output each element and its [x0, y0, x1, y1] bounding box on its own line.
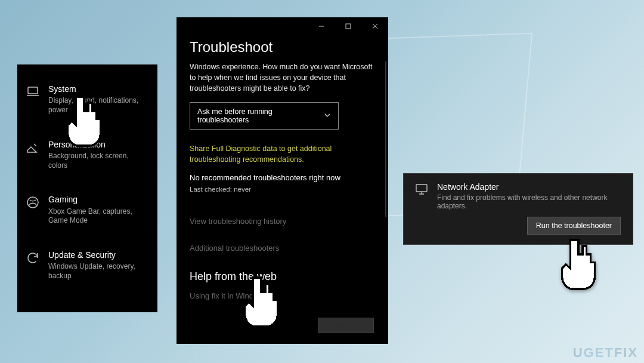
sidebar-item-sub: Background, lock screen, colors	[48, 152, 149, 170]
diagnostic-data-link[interactable]: Share Full Diagnostic data to get additi…	[190, 144, 375, 165]
page-title: Troubleshoot	[190, 39, 375, 56]
troubleshoot-description: Windows experience. How much do you want…	[190, 61, 375, 94]
close-button[interactable]	[361, 17, 388, 35]
sidebar-item-title: System	[48, 85, 149, 94]
help-heading: Help from the web	[190, 270, 375, 283]
laptop-icon	[26, 85, 40, 99]
svg-rect-6	[416, 184, 427, 192]
recommendation-dropdown[interactable]: Ask me before running troubleshooters	[190, 102, 339, 130]
minimize-button[interactable]	[308, 17, 335, 35]
sidebar-item-gaming[interactable]: Gaming Xbox Game Bar, captures, Game Mod…	[26, 195, 149, 226]
maximize-button[interactable]	[335, 17, 361, 35]
help-fix-link[interactable]: Using fix it in Windows	[190, 291, 375, 300]
monitor-icon	[414, 182, 429, 196]
window-titlebar	[177, 17, 388, 35]
refresh-icon	[26, 251, 40, 265]
dropdown-value: Ask me before running troubleshooters	[197, 107, 324, 124]
sidebar-item-sub: Windows Update, recovery, backup	[48, 262, 149, 281]
sidebar-item-system[interactable]: System Display, sound, notifications, po…	[26, 85, 149, 115]
view-history-link[interactable]: View troubleshooting history	[190, 217, 375, 226]
sidebar-item-title: Personalization	[48, 140, 149, 149]
svg-rect-0	[28, 87, 38, 94]
sidebar-item-update-security[interactable]: Update & Security Windows Update, recove…	[26, 251, 149, 281]
sidebar-item-title: Gaming	[48, 195, 149, 204]
network-adapter-card[interactable]: Network Adapter Find and fix problems wi…	[403, 173, 633, 245]
scrollbar[interactable]	[385, 61, 386, 217]
paint-icon	[26, 140, 40, 155]
sidebar-item-sub: Display, sound, notifications, power	[48, 96, 149, 115]
settings-sidebar: System Display, sound, notifications, po…	[17, 64, 157, 312]
watermark: UGETFIX	[573, 345, 638, 361]
additional-troubleshooters-link[interactable]: Additional troubleshooters	[190, 244, 375, 253]
xbox-icon	[26, 195, 40, 210]
chevron-down-icon	[324, 112, 331, 121]
troubleshoot-window: Troubleshoot Windows experience. How muc…	[177, 17, 388, 344]
no-recommended-text: No recommended troubleshooters right now	[190, 173, 375, 182]
sidebar-item-title: Update & Security	[48, 251, 149, 260]
last-checked-text: Last checked: never	[190, 186, 375, 193]
run-troubleshooter-button[interactable]: Run the troubleshooter	[527, 217, 621, 235]
sidebar-item-personalization[interactable]: Personalization Background, lock screen,…	[26, 140, 149, 171]
svg-point-1	[27, 197, 38, 208]
window-snip-button[interactable]: Window Snip	[318, 318, 374, 333]
network-adapter-title: Network Adapter	[437, 182, 622, 192]
network-adapter-sub: Find and fix problems with wireless and …	[437, 193, 622, 210]
svg-rect-3	[346, 24, 351, 29]
sidebar-item-sub: Xbox Game Bar, captures, Game Mode	[48, 207, 149, 226]
